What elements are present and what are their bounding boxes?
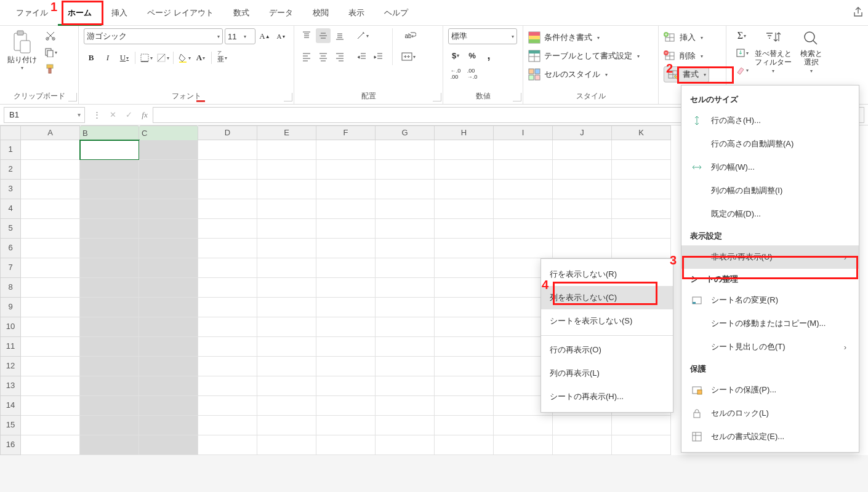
cell[interactable]: [139, 180, 198, 199]
copy-button[interactable]: [43, 45, 58, 60]
cell[interactable]: [553, 416, 612, 435]
cell[interactable]: [316, 239, 376, 258]
tab-review[interactable]: 校閲: [303, 0, 339, 26]
cell[interactable]: [139, 219, 198, 239]
cell[interactable]: [553, 239, 612, 258]
cell[interactable]: [80, 199, 139, 219]
cell[interactable]: [139, 278, 198, 298]
row-header[interactable]: 11: [0, 337, 21, 357]
cell[interactable]: [139, 199, 198, 219]
tab-formulas[interactable]: 数式: [223, 0, 259, 26]
align-top-icon[interactable]: [299, 28, 314, 43]
cell[interactable]: [494, 435, 553, 455]
cell[interactable]: [316, 396, 376, 416]
cell[interactable]: [316, 258, 376, 278]
cell[interactable]: [316, 376, 376, 396]
increase-indent-icon[interactable]: [371, 49, 386, 64]
cell[interactable]: [139, 416, 198, 435]
align-left-icon[interactable]: [299, 49, 314, 64]
menu-unhide-rows[interactable]: 行の再表示(O): [541, 338, 673, 362]
cell[interactable]: [257, 278, 316, 298]
cell[interactable]: [435, 317, 494, 337]
font-size-input[interactable]: [228, 32, 244, 41]
cell[interactable]: [21, 435, 80, 455]
col-header[interactable]: C: [139, 125, 198, 141]
cell[interactable]: [80, 416, 139, 435]
row-header[interactable]: 7: [0, 258, 21, 278]
cell[interactable]: [376, 258, 435, 278]
cell[interactable]: [80, 376, 139, 396]
col-header[interactable]: F: [316, 125, 376, 140]
cell[interactable]: [435, 219, 494, 239]
cell[interactable]: [612, 416, 671, 435]
autosum-button[interactable]: Σ: [731, 28, 752, 43]
cell[interactable]: [376, 435, 435, 455]
name-box[interactable]: B1: [4, 107, 85, 123]
cell[interactable]: [376, 337, 435, 357]
cell[interactable]: [21, 140, 80, 160]
cell[interactable]: [21, 199, 80, 219]
cell[interactable]: [553, 435, 612, 455]
phonetic-button[interactable]: ア亜: [215, 50, 230, 65]
cell[interactable]: [21, 376, 80, 396]
cell[interactable]: [257, 317, 316, 337]
font-name-select[interactable]: ▾: [84, 28, 223, 44]
cell[interactable]: [139, 317, 198, 337]
cell[interactable]: [553, 180, 612, 199]
delete-cells-button[interactable]: 削除▾: [664, 48, 703, 64]
cell[interactable]: [316, 298, 376, 317]
sort-filter-button[interactable]: 並べ替えと フィルター▾: [756, 28, 790, 74]
tab-view[interactable]: 表示: [339, 0, 374, 26]
cell[interactable]: [435, 376, 494, 396]
cell[interactable]: [612, 219, 671, 239]
cell[interactable]: [139, 160, 198, 180]
cell[interactable]: [257, 298, 316, 317]
cell[interactable]: [553, 160, 612, 180]
tab-file[interactable]: ファイル: [6, 0, 58, 26]
cell[interactable]: [21, 180, 80, 199]
font-color-button[interactable]: A: [193, 50, 208, 65]
cell[interactable]: [494, 199, 553, 219]
cell[interactable]: [257, 140, 316, 160]
col-header[interactable]: K: [612, 125, 671, 140]
cell[interactable]: [21, 278, 80, 298]
cell[interactable]: [316, 160, 376, 180]
cell[interactable]: [21, 160, 80, 180]
cell[interactable]: [21, 317, 80, 337]
cell[interactable]: [612, 199, 671, 219]
cell[interactable]: [376, 317, 435, 337]
merge-button[interactable]: [399, 49, 417, 64]
tab-help[interactable]: ヘルプ: [374, 0, 418, 26]
row-header[interactable]: 3: [0, 180, 21, 199]
menu-col-autofit[interactable]: 列の幅の自動調整(I): [681, 179, 859, 202]
cell[interactable]: [198, 278, 257, 298]
cell[interactable]: [435, 416, 494, 435]
align-center-icon[interactable]: [316, 49, 331, 64]
cell[interactable]: [139, 337, 198, 357]
cell[interactable]: [257, 376, 316, 396]
cell[interactable]: [257, 416, 316, 435]
cell[interactable]: [198, 376, 257, 396]
cell[interactable]: [553, 199, 612, 219]
cell[interactable]: [612, 180, 671, 199]
increase-decimal-button[interactable]: ←.0.00: [448, 66, 463, 81]
cell[interactable]: [316, 140, 376, 160]
col-header[interactable]: A: [21, 125, 80, 140]
conditional-format-button[interactable]: 条件付き書式▾: [528, 30, 600, 46]
cell[interactable]: [21, 357, 80, 376]
menu-rename-sheet[interactable]: シート名の変更(R): [681, 288, 859, 312]
cell[interactable]: [198, 160, 257, 180]
row-header[interactable]: 15: [0, 416, 21, 435]
col-header[interactable]: B: [80, 125, 139, 141]
font-name-input[interactable]: [87, 32, 217, 41]
cell[interactable]: [80, 298, 139, 317]
find-select-button[interactable]: 検索と 選択▾: [794, 28, 829, 74]
cell[interactable]: [376, 180, 435, 199]
cell-styles-button[interactable]: セルのスタイル▾: [528, 66, 608, 82]
cell[interactable]: [435, 258, 494, 278]
cell[interactable]: [80, 219, 139, 239]
cell[interactable]: [553, 219, 612, 239]
menu-move-sheet[interactable]: シートの移動またはコピー(M)...: [681, 312, 859, 335]
cell[interactable]: [435, 357, 494, 376]
number-format-select[interactable]: 標準▾: [448, 28, 517, 44]
